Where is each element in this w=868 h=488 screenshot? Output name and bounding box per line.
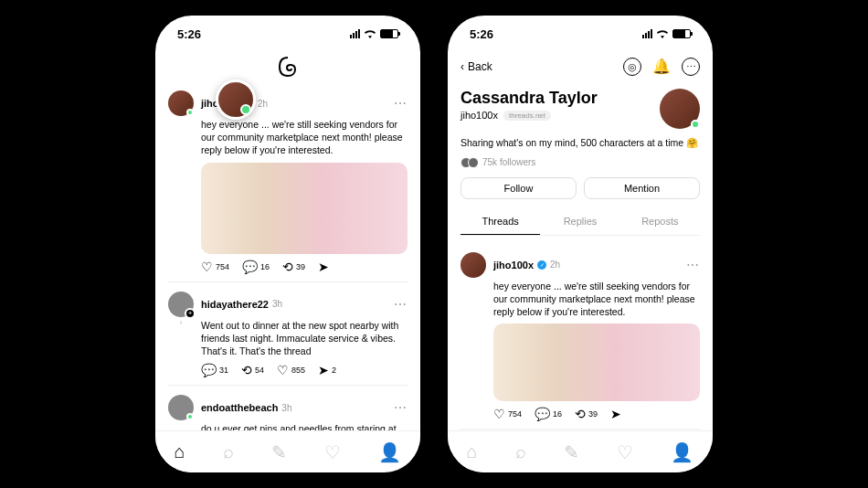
status-time: 5:26: [470, 27, 493, 41]
username[interactable]: hidayathere22: [201, 299, 269, 310]
follower-avatars: [460, 157, 479, 168]
post-text: hey everyone ... we're still seeking ven…: [493, 280, 700, 319]
more-icon[interactable]: ⋯: [394, 400, 408, 415]
back-button[interactable]: ‹ Back: [460, 60, 492, 73]
online-indicator: [240, 104, 251, 115]
post-image[interactable]: [201, 163, 408, 254]
wifi-icon: [364, 29, 376, 38]
notifications-icon[interactable]: 🔔: [652, 58, 671, 76]
feed-post[interactable]: jiho100x 2h ⋯ hey everyone ... we're sti…: [168, 81, 408, 282]
threads-logo-icon: [277, 56, 299, 78]
more-icon[interactable]: ⋯: [394, 96, 408, 111]
home-icon[interactable]: ⌂: [175, 441, 185, 462]
signal-icon: [350, 29, 360, 38]
online-indicator: [186, 413, 194, 420]
timestamp: 2h: [258, 99, 268, 109]
profile-icon[interactable]: 👤: [671, 441, 693, 463]
profile-icon[interactable]: 👤: [378, 441, 401, 463]
repost-button[interactable]: ⟲54: [241, 363, 264, 377]
floating-avatar: [216, 80, 256, 120]
profile-info: Cassandra Taylor jiho100x threads.net Sh…: [448, 81, 713, 243]
timestamp: 3h: [272, 299, 282, 309]
share-button[interactable]: ➤: [610, 407, 621, 421]
profile-tabs: Threads Replies Reposts: [460, 208, 700, 236]
feed-content: jiho100x 2h ⋯ hey everyone ... we're sti…: [155, 81, 420, 472]
username[interactable]: endoatthebeach: [201, 402, 278, 413]
profile-post[interactable]: jiho100x 2h ⋯ hey everyone ... we're sti…: [460, 243, 700, 430]
follow-plus-icon[interactable]: +: [185, 308, 196, 319]
battery-icon: [672, 29, 691, 38]
post-image[interactable]: [493, 324, 700, 401]
tab-threads[interactable]: Threads: [460, 208, 540, 235]
search-icon[interactable]: ⌕: [515, 441, 526, 462]
battery-icon: [380, 29, 398, 38]
verified-icon: [537, 260, 546, 270]
phone-profile: 5:26 ‹ Back ◎ 🔔 ⋯ Cassandra Taylor jiho1…: [448, 16, 713, 472]
bottom-nav: ⌂ ⌕ ✎ ♡ 👤: [155, 430, 420, 472]
mention-button[interactable]: Mention: [584, 177, 700, 199]
like-button[interactable]: ♡754: [493, 407, 522, 421]
profile-avatar[interactable]: [660, 89, 700, 129]
thread-line: [180, 321, 182, 324]
more-icon[interactable]: ⋯: [394, 297, 408, 312]
avatar[interactable]: +: [168, 292, 194, 317]
like-button[interactable]: ♡855: [277, 363, 305, 377]
more-icon[interactable]: ⋯: [686, 258, 700, 272]
reply-button[interactable]: 💬16: [535, 407, 562, 421]
status-time: 5:26: [177, 27, 201, 41]
bottom-nav: ⌂ ⌕ ✎ ♡ 👤: [448, 430, 713, 472]
online-indicator: [691, 120, 700, 129]
status-bar: 5:26: [155, 16, 420, 52]
post-text: Went out to dinner at the new spot nearb…: [201, 319, 408, 358]
chevron-left-icon: ‹: [460, 60, 464, 73]
avatar[interactable]: [168, 90, 194, 116]
tab-reposts[interactable]: Reposts: [620, 208, 700, 235]
instagram-icon[interactable]: ◎: [623, 58, 641, 76]
signal-icon: [642, 29, 652, 38]
reply-button[interactable]: 💬16: [242, 260, 270, 274]
app-header: [155, 52, 420, 81]
profile-header: ‹ Back ◎ 🔔 ⋯: [448, 52, 713, 81]
phone-feed: 5:26 jiho100x 2h ⋯ hey everyone ... we'r…: [155, 16, 420, 472]
repost-button[interactable]: ⟲39: [282, 260, 305, 274]
timestamp: 2h: [550, 260, 560, 270]
avatar[interactable]: [168, 395, 194, 420]
tab-replies[interactable]: Replies: [540, 208, 619, 235]
followers-count[interactable]: 75k followers: [460, 157, 700, 168]
wifi-icon: [656, 29, 669, 38]
share-button[interactable]: ➤: [318, 260, 329, 274]
reply-button[interactable]: 💬31: [201, 363, 228, 377]
online-indicator: [186, 109, 194, 116]
home-icon[interactable]: ⌂: [467, 441, 478, 462]
activity-icon[interactable]: ♡: [324, 441, 341, 463]
avatar[interactable]: [460, 252, 486, 278]
profile-handle: jiho100x: [460, 110, 498, 121]
share-button[interactable]: ➤2: [318, 363, 336, 377]
compose-icon[interactable]: ✎: [564, 441, 579, 463]
status-icons: [642, 29, 691, 38]
profile-name: Cassandra Taylor: [460, 89, 598, 108]
like-button[interactable]: ♡754: [201, 260, 229, 274]
back-label: Back: [468, 60, 492, 73]
search-icon[interactable]: ⌕: [223, 441, 234, 462]
profile-bio: Sharing what's on my mind, 500 character…: [460, 136, 700, 150]
feed-post[interactable]: + hidayathere22 3h ⋯ Went out to dinner …: [168, 282, 408, 387]
username[interactable]: jiho100x: [493, 260, 534, 271]
activity-icon[interactable]: ♡: [617, 441, 633, 463]
timestamp: 3h: [281, 403, 291, 413]
more-options-icon[interactable]: ⋯: [682, 58, 700, 76]
repost-button[interactable]: ⟲39: [575, 407, 598, 421]
post-text: hey everyone ... we're still seeking ven…: [201, 118, 408, 157]
status-icons: [350, 29, 398, 38]
follow-button[interactable]: Follow: [460, 177, 577, 199]
compose-icon[interactable]: ✎: [271, 441, 287, 463]
status-bar: 5:26: [448, 16, 713, 52]
domain-badge[interactable]: threads.net: [503, 111, 551, 121]
